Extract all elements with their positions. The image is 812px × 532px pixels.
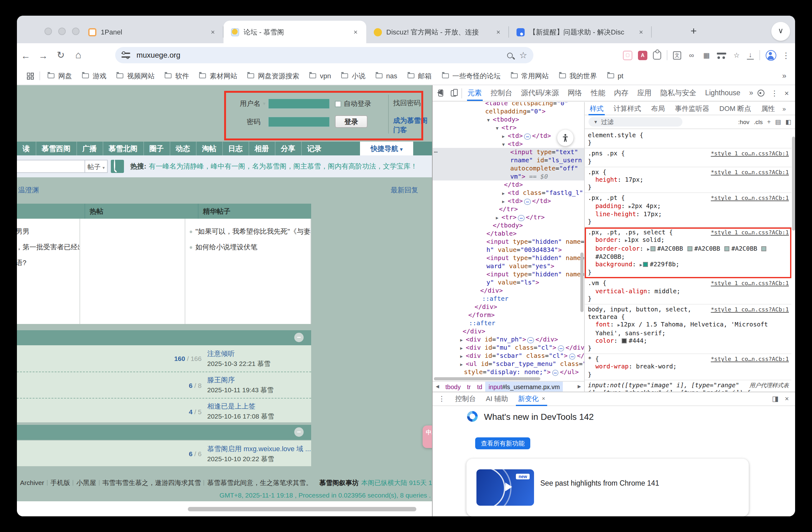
address-bar[interactable]: muxuege.org ☆ — [115, 47, 533, 63]
digest-item[interactable]: "如果可以，我希望你比我先死"《与妻 — [190, 224, 310, 239]
devtools-tab[interactable]: 隐私与安全 — [656, 85, 701, 101]
styles-subtabs-overflow-icon[interactable]: » — [780, 105, 788, 112]
color-swatch[interactable] — [622, 338, 627, 344]
drawer-menu-icon[interactable]: ⋮ — [433, 395, 450, 403]
css-property[interactable]: vertical-align: ▶middle; — [588, 287, 789, 295]
css-property[interactable]: font: ▶12px / 1.5 Tahoma, Helvetica, 'Mi… — [588, 321, 789, 337]
devtools-tab[interactable]: 源代码/来源 — [517, 85, 563, 101]
css-rule[interactable]: *style_1_co…n.css?ACb:1 body, input, but… — [585, 305, 791, 354]
dom-tree-line[interactable]: ⋯ rname" id="ls_usern — [433, 156, 584, 164]
bookmark-folder[interactable]: 一些奇怪的论坛 — [442, 71, 501, 81]
bookmark-folder[interactable]: 游戏 — [82, 71, 106, 81]
nav-item[interactable]: 动态 — [169, 142, 195, 155]
footer-link[interactable]: 慕雪慕雪此间意，生之落笔求其雪。 — [204, 479, 316, 488]
dom-tree-line[interactable]: ⋯ ▶<div id="scbar" class="cl">…</d — [433, 351, 584, 360]
dom-tree-line[interactable]: ⋯ y" value="ls"> — [433, 278, 584, 286]
dom-tree-line[interactable]: ⋯ ▼<tbody> — [433, 115, 584, 124]
new-rule-icon[interactable]: + — [767, 118, 771, 125]
stylesheet-source-link[interactable]: *style_1_co…n.css?ACb:1 — [711, 169, 789, 176]
dock-panel-icon[interactable]: ◧ — [785, 118, 791, 125]
devtools-tab[interactable]: 性能 — [586, 85, 610, 101]
nav-item[interactable]: 相册 — [248, 142, 275, 155]
latest-reply-link[interactable]: 最新回复 — [391, 185, 418, 195]
password-input[interactable] — [268, 116, 330, 127]
dom-tree-line[interactable]: ⋯ vm"> == $0 — [433, 172, 584, 181]
extensions-puzzle-icon[interactable] — [653, 51, 661, 59]
devtools-close-icon[interactable]: × — [784, 89, 789, 97]
color-swatch[interactable] — [687, 246, 693, 251]
nav-item[interactable]: 日志 — [222, 142, 248, 155]
devtools-menu-icon[interactable]: ⋮ — [771, 89, 778, 97]
breadcrumb-forward-icon[interactable]: ▶ — [575, 384, 584, 389]
minimize-window-button[interactable] — [58, 28, 66, 35]
stylesheet-source-link[interactable]: *style_1_co…n.css?ACb:1 — [711, 195, 789, 202]
drawer-tab[interactable]: 控制台 × — [450, 392, 481, 405]
tab-close-icon[interactable]: × — [494, 28, 503, 36]
stylesheet-source-link[interactable]: *style_1_co…n.css?ACb:1 — [711, 229, 789, 236]
css-rule[interactable]: *style_1_co…n.css?ACb:1 .px, .pt { paddi… — [585, 193, 791, 228]
dom-tree-line[interactable]: ⋯ ::after — [433, 294, 584, 303]
thread-title-link[interactable]: 滕王阁序 — [207, 375, 274, 385]
browser-tab[interactable]: 论坛 - 慕雪阁 × — [223, 21, 366, 43]
forward-button[interactable]: → — [34, 50, 52, 60]
styles-subtab[interactable]: 样式 — [585, 102, 609, 115]
expand-arrow-icon[interactable]: ▶ — [640, 263, 642, 268]
dom-tree-line[interactable]: ⋯ ::after — [433, 319, 584, 327]
nav-item[interactable]: 慕雪西阁 — [35, 142, 76, 155]
styles-filter-input[interactable]: ▼ 过滤 — [589, 117, 682, 127]
dom-tree-line[interactable]: ⋯ style="display: none;">…</ul> — [433, 368, 584, 376]
bookmark-folder[interactable]: 网盘资源搜索 — [247, 71, 299, 81]
bookmark-star-icon[interactable]: ☆ — [519, 50, 527, 60]
hover-state-toggle[interactable]: :hov — [738, 118, 749, 125]
css-property[interactable]: padding: ▶2px 4px; — [588, 202, 789, 210]
stylesheet-source-link[interactable]: *style_1_co…n.css?ACb:1 — [711, 150, 789, 158]
accessibility-overlay-icon[interactable] — [557, 130, 574, 146]
stylesheet-source-link[interactable]: *style_1_co…n.css?ACb:1 — [711, 355, 789, 363]
device-toolbar-icon[interactable] — [451, 90, 456, 96]
color-swatch[interactable] — [724, 246, 729, 251]
dom-tree-line[interactable]: ⋯ </div> — [433, 286, 584, 294]
color-swatch[interactable] — [643, 262, 648, 267]
css-property[interactable]: border-color: ▶#A2C0BB #A2C0BB #A2C0BB #… — [588, 245, 789, 261]
user-link[interactable]: 温澄渊 — [18, 185, 39, 195]
nav-item[interactable]: 记录 — [301, 142, 327, 155]
elements-horizontal-scrollbar[interactable] — [434, 377, 540, 380]
bookmarks-overflow-icon[interactable]: » — [782, 71, 786, 80]
qr-extension-icon[interactable]: ▦ — [702, 51, 711, 60]
incognito-extension-icon[interactable] — [717, 52, 726, 58]
bookmark-folder[interactable]: 常用网站 — [510, 71, 549, 81]
register-link[interactable]: 成为慕雪阁门客 — [393, 116, 432, 135]
class-toggle[interactable]: .cls — [754, 118, 763, 125]
auto-login-checkbox[interactable] — [335, 101, 341, 107]
dom-tree-line[interactable]: ⋯ ▶<td>…</td> — [433, 197, 584, 205]
drawer-dock-icon[interactable]: ◨ — [772, 395, 779, 403]
tab-search-button[interactable]: ∨ — [771, 22, 790, 41]
inspect-element-icon[interactable] — [438, 89, 443, 97]
dom-tree-line[interactable]: ⋯ </tr> — [433, 205, 584, 213]
dom-tree-line[interactable]: ⋯ </div> — [433, 327, 584, 335]
footer-link[interactable]: 手机版 — [47, 479, 73, 488]
thread-title-link[interactable]: 慕雪阁启用 mxg.weixue.love 域 ... — [207, 444, 311, 453]
dom-tree-line[interactable]: ⋯ <input type="hidden" name= — [433, 270, 584, 278]
nav-item[interactable]: 分享 — [275, 142, 301, 155]
css-rule[interactable]: element.style { } — [585, 130, 791, 149]
nav-item[interactable]: 广播 — [76, 142, 102, 155]
browser-tab[interactable]: Discuz! 官方网站 - 开放、连接 × — [366, 21, 509, 43]
css-rule[interactable]: 用户代理样式表 input:not([type="image" i], [typ… — [585, 380, 791, 392]
nav-item[interactable]: 淘帖 — [195, 142, 222, 155]
see-all-features-button[interactable]: 查看所有新功能 — [475, 437, 530, 449]
color-swatch[interactable] — [651, 246, 655, 251]
stylesheet-source-link[interactable]: *style_1_co…n.css?ACb:1 — [711, 306, 789, 313]
dom-tree-line[interactable]: ⋯ ▶<ul id="scbar_type_menu" class="p — [433, 360, 584, 368]
username-input[interactable] — [268, 98, 330, 109]
drawer-tab[interactable]: 新变化 × — [513, 392, 550, 405]
devtools-tabs-overflow-icon[interactable]: » — [745, 85, 757, 101]
forum-search-input[interactable] — [17, 160, 85, 173]
favorites-extension-icon[interactable]: ☆ — [732, 51, 741, 60]
browser-tab[interactable]: 1Panel × — [81, 21, 223, 43]
breadcrumb-back-icon[interactable]: ◀ — [433, 384, 442, 389]
css-property[interactable]: line-height: ▶17px; — [588, 211, 789, 218]
styles-vertical-scrollbar[interactable] — [792, 137, 795, 230]
bookmark-folder[interactable]: 邮箱 — [407, 71, 432, 81]
css-rule[interactable]: *style_1_co…n.css?ACb:1 .vm { vertical-a… — [585, 279, 791, 305]
